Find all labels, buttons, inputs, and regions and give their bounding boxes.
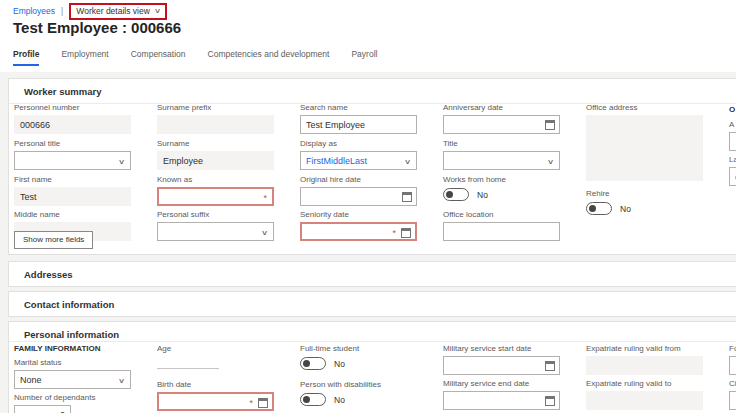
worker-summary-section: Worker summary Personnel number 000666 P… [8, 78, 736, 255]
anniversary-date-field[interactable] [449, 120, 554, 130]
addresses-title[interactable]: Addresses [24, 269, 73, 280]
person-with-disabilities-toggle[interactable] [300, 393, 326, 406]
office-location-field[interactable] [449, 227, 554, 237]
field-anniversary-date: Anniversary date [443, 103, 560, 134]
chevron-down-icon[interactable]: ∨ [118, 377, 125, 385]
first-name-label: First name [14, 175, 131, 185]
known-as-input[interactable]: * [157, 187, 274, 206]
tab-employment[interactable]: Employment [61, 49, 108, 66]
personal-suffix-dropdown[interactable]: ∨ [157, 222, 274, 241]
first-name-value: Test [14, 187, 131, 206]
contact-information-title[interactable]: Contact information [24, 299, 114, 310]
works-from-home-value: No [477, 190, 488, 200]
original-hire-date-field[interactable] [306, 192, 411, 202]
original-hire-date-input[interactable] [300, 187, 417, 206]
breadcrumb: Employees | Worker details view ∨ [13, 4, 167, 18]
field-office-location: Office location [443, 210, 560, 241]
field-surname: Surname Employee [157, 139, 274, 170]
chevron-down-icon[interactable]: ∨ [547, 158, 554, 166]
view-selector[interactable]: Worker details view [76, 6, 150, 16]
family-information-header: FAMILY INFORMATION [14, 344, 131, 353]
tab-compensation[interactable]: Compensation [131, 49, 186, 66]
calendar-icon[interactable] [258, 398, 268, 408]
contact-information-section: Contact information [8, 291, 736, 317]
field-surname-prefix: Surname prefix [157, 103, 274, 134]
rehire-label: Rehire [586, 189, 703, 199]
known-as-input-field[interactable] [164, 192, 267, 202]
known-as-label: Known as [157, 175, 274, 185]
person-with-disabilities-value: No [334, 395, 345, 405]
seniority-date-input[interactable]: * [300, 222, 417, 241]
breadcrumb-separator: | [61, 6, 63, 16]
anniversary-date-label: Anniversary date [443, 103, 560, 113]
office-address-label: Office address [586, 103, 703, 113]
office-location-input[interactable] [443, 222, 560, 241]
chevron-down-icon[interactable]: ∨ [118, 158, 125, 166]
search-name-input[interactable] [300, 115, 417, 134]
rehire-toggle[interactable] [586, 202, 612, 215]
anniversary-date-input[interactable] [443, 115, 560, 134]
calendar-icon[interactable] [402, 192, 412, 202]
calendar-icon[interactable] [545, 361, 555, 371]
full-time-student-label: Full-time student [300, 344, 417, 354]
personal-title-dropdown[interactable]: ∨ [14, 151, 131, 170]
search-name-input-field[interactable] [306, 120, 411, 130]
calendar-icon[interactable] [401, 228, 411, 238]
seniority-date-label: Seniority date [300, 210, 417, 220]
full-time-student-toggle[interactable] [300, 357, 326, 370]
clipped-field-4-input[interactable] [729, 391, 736, 410]
show-more-fields-button[interactable]: Show more fields [14, 231, 93, 249]
field-search-name: Search name [300, 103, 417, 134]
military-service-end-date-label: Military service end date [443, 379, 560, 389]
field-age: Age [157, 344, 274, 369]
military-service-end-date-input[interactable] [443, 391, 560, 410]
calendar-icon[interactable] [545, 120, 555, 130]
expatriate-ruling-valid-from-label: Expatriate ruling valid from [586, 344, 703, 354]
personnel-number-label: Personnel number [14, 103, 131, 113]
chevron-down-icon[interactable]: ∨ [404, 158, 411, 166]
clipped-field-3-input[interactable] [729, 356, 736, 375]
number-of-dependants-field[interactable] [20, 410, 65, 413]
toggle-knob [589, 205, 596, 212]
number-of-dependants-input[interactable] [14, 405, 71, 413]
original-hire-date-label: Original hire date [300, 175, 417, 185]
page-title: Test Employee : 000666 [13, 19, 181, 36]
tab-payroll[interactable]: Payroll [351, 49, 377, 66]
breadcrumb-employees-link[interactable]: Employees [13, 6, 55, 16]
required-asterisk: * [392, 228, 396, 238]
display-as-dropdown[interactable]: FirstMiddleLast∨ [300, 151, 417, 170]
marital-status-label: Marital status [14, 358, 131, 368]
tab-competencies-and-development[interactable]: Competencies and development [208, 49, 330, 66]
calendar-icon[interactable] [545, 396, 555, 406]
toggle-knob [303, 396, 310, 403]
surname-label: Surname [157, 139, 274, 149]
military-service-end-date-field[interactable] [449, 396, 554, 406]
addresses-section: Addresses [8, 261, 736, 287]
field-personal-title: Personal title ∨ [14, 139, 131, 170]
page-header: Employees | Worker details view ∨ Test E… [0, 0, 736, 72]
field-first-name: First name Test [14, 175, 131, 206]
search-name-label: Search name [300, 103, 417, 113]
military-service-start-date-input[interactable] [443, 356, 560, 375]
age-value [157, 368, 219, 369]
clipped-field-1-input[interactable] [729, 132, 736, 151]
marital-status-dropdown[interactable]: None∨ [14, 370, 131, 389]
chevron-down-icon[interactable]: ∨ [154, 7, 161, 15]
chevron-down-icon[interactable]: ∨ [261, 229, 268, 237]
clipped-field-1: A [729, 120, 736, 151]
tab-profile[interactable]: Profile [13, 49, 39, 66]
military-service-start-date-field[interactable] [449, 361, 554, 371]
field-title: Title ∨ [443, 139, 560, 170]
birth-date-label: Birth date [157, 380, 274, 390]
field-known-as: Known as * [157, 175, 274, 206]
personal-information-title[interactable]: Personal information [24, 329, 119, 340]
title-dropdown[interactable]: ∨ [443, 151, 560, 170]
display-as-label: Display as [300, 139, 417, 149]
personal-suffix-label: Personal suffix [157, 210, 274, 220]
field-person-with-disabilities: Person with disabilities No [300, 380, 417, 406]
worker-summary-title[interactable]: Worker summary [24, 86, 101, 97]
birth-date-input[interactable]: * [157, 392, 274, 411]
works-from-home-toggle[interactable] [443, 188, 469, 201]
clipped-field-2-dropdown[interactable]: e [729, 167, 736, 186]
expatriate-ruling-valid-from-value [586, 356, 703, 375]
